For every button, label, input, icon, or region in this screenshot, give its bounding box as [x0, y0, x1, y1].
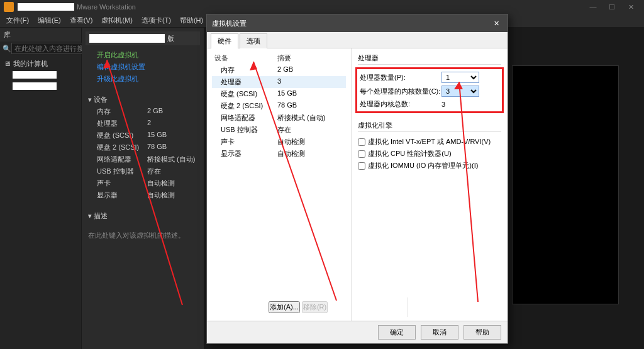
power-on-link[interactable]: 开启此虚拟机	[86, 49, 200, 61]
device-row[interactable]: 内存2 GB	[86, 106, 200, 118]
devices-header: ▾ 设备	[86, 94, 200, 106]
virt-iommu-checkbox[interactable]: 虚拟化 IOMMU (IO 内存管理单元)(I)	[358, 160, 501, 172]
menu-tabs[interactable]: 选项卡(T)	[139, 14, 174, 26]
hw-value: 15 GB	[277, 89, 297, 99]
total-cores-value: 3	[441, 101, 445, 108]
hardware-list-row[interactable]: 硬盘 2 (SCSI)78 GB	[212, 100, 346, 112]
ok-button[interactable]: 确定	[378, 325, 416, 340]
device-row[interactable]: USB 控制器存在	[86, 165, 200, 177]
menu-view[interactable]: 查看(V)	[67, 14, 96, 26]
virt-engine-group-label: 虚拟化引擎	[358, 121, 501, 132]
description-header: ▾ 描述	[86, 210, 200, 222]
hw-label: 内存	[221, 65, 277, 75]
app-title: Mware Workstation	[77, 3, 136, 11]
hardware-list-row[interactable]: USB 控制器存在	[212, 124, 346, 136]
edit-settings-link[interactable]: 编辑虚拟机设置	[86, 61, 200, 73]
remove-device-button[interactable]: 移除(R)	[302, 301, 328, 313]
hardware-list-row[interactable]: 内存2 GB	[212, 64, 346, 76]
device-value: 15 GB	[147, 131, 167, 140]
virt-cpu-perf-checkbox[interactable]: 虚拟化 CPU 性能计数器(U)	[358, 148, 501, 160]
col-summary: 摘要	[277, 53, 291, 63]
add-device-button[interactable]: 添加(A)...	[269, 301, 300, 313]
device-label: 硬盘 2 (SCSI)	[97, 143, 147, 152]
num-processors-select[interactable]: 1	[441, 72, 479, 83]
devices-section: ▾ 设备 内存2 GB处理器2硬盘 (SCSI)15 GB硬盘 2 (SCSI)…	[86, 94, 200, 201]
cores-per-proc-select[interactable]: 3	[441, 86, 479, 97]
tab-options[interactable]: 选项	[240, 33, 267, 48]
vm-tab[interactable]: 版	[86, 31, 200, 45]
hardware-list-row[interactable]: 声卡自动检测	[212, 136, 346, 148]
dialog-title: 虚拟机设置	[212, 19, 247, 28]
device-row[interactable]: 声卡自动检测	[86, 177, 200, 189]
device-label: 处理器	[97, 119, 147, 128]
cancel-button[interactable]: 取消	[421, 325, 458, 340]
num-processors-label: 处理器数量(P):	[360, 73, 441, 82]
processor-group-label: 处理器	[358, 53, 501, 65]
device-row[interactable]: 显示器自动检测	[86, 189, 200, 201]
library-panel: 库 🔍 🖥 我的计算机	[0, 28, 82, 349]
tree-vm-item[interactable]	[4, 69, 77, 80]
device-value: 自动检测	[147, 179, 175, 188]
device-label: 声卡	[97, 179, 147, 188]
hardware-list-row[interactable]: 处理器3	[212, 76, 346, 88]
device-row[interactable]: 硬盘 (SCSI)15 GB	[86, 130, 200, 141]
device-row[interactable]: 硬盘 2 (SCSI)78 GB	[86, 141, 200, 153]
help-button[interactable]: 帮助	[464, 325, 501, 340]
hw-value: 3	[277, 77, 281, 87]
title-redacted	[18, 3, 74, 11]
device-config-pane: 处理器 处理器数量(P): 1 每个处理器的内核数量(C): 3 处理器内核总数…	[352, 48, 508, 321]
vm-tab-suffix: 版	[167, 34, 174, 43]
hardware-list-row[interactable]: 显示器自动检测	[212, 148, 346, 160]
tree-item-redacted	[13, 71, 57, 79]
vm-monitor-thumbnail[interactable]	[512, 65, 619, 304]
hardware-list-row[interactable]: 硬盘 (SCSI)15 GB	[212, 88, 346, 100]
hardware-list-row[interactable]: 网络适配器桥接模式 (自动)	[212, 112, 346, 124]
hw-value: 自动检测	[277, 137, 305, 147]
device-list-pane: 设备 摘要 内存2 GB处理器3硬盘 (SCSI)15 GB硬盘 2 (SCSI…	[207, 48, 352, 321]
device-label: USB 控制器	[97, 167, 147, 176]
device-value: 存在	[147, 167, 161, 176]
virt-vt-checkbox[interactable]: 虚拟化 Intel VT-x/EPT 或 AMD-V/RVI(V)	[358, 136, 501, 148]
description-placeholder[interactable]: 在此处键入对该虚拟机的描述。	[86, 231, 200, 240]
hw-label: 硬盘 2 (SCSI)	[221, 101, 277, 111]
cores-per-proc-label: 每个处理器的内核数量(C):	[360, 87, 441, 96]
tree-root[interactable]: 🖥 我的计算机	[4, 58, 77, 69]
annotation-red-box: 处理器数量(P): 1 每个处理器的内核数量(C): 3 处理器内核总数: 3	[355, 67, 504, 113]
device-label: 内存	[97, 107, 147, 116]
menu-file[interactable]: 文件(F)	[4, 14, 31, 26]
app-icon	[4, 2, 14, 12]
tab-hardware[interactable]: 硬件	[211, 33, 238, 48]
hw-value: 存在	[277, 125, 291, 135]
device-value: 2	[147, 119, 151, 128]
hw-label: 处理器	[221, 77, 277, 87]
menu-vm[interactable]: 虚拟机(M)	[99, 14, 135, 26]
upgrade-vm-link[interactable]: 升级此虚拟机	[86, 73, 200, 85]
device-label: 网络适配器	[97, 155, 147, 164]
window-titlebar: Mware Workstation — ☐ ✕	[0, 0, 644, 14]
menu-edit[interactable]: 编辑(E)	[35, 14, 64, 26]
hw-value: 桥接模式 (自动)	[277, 113, 325, 123]
hw-label: 网络适配器	[221, 113, 277, 123]
device-label: 硬盘 (SCSI)	[97, 131, 147, 140]
hw-value: 78 GB	[277, 101, 297, 111]
computer-icon: 🖥	[4, 60, 11, 67]
tree-root-label: 我的计算机	[13, 59, 48, 69]
vm-detail-panel: 版 开启此虚拟机 编辑虚拟机设置 升级此虚拟机 ▾ 设备 内存2 GB处理器2硬…	[82, 28, 204, 349]
hw-label: 显示器	[221, 149, 277, 158]
hw-label: USB 控制器	[221, 125, 277, 135]
device-row[interactable]: 网络适配器桥接模式 (自动)	[86, 153, 200, 165]
tree-item-redacted	[13, 82, 57, 90]
dialog-close-button[interactable]: ✕	[490, 19, 502, 28]
dialog-titlebar: 虚拟机设置 ✕	[207, 14, 508, 32]
hw-label: 声卡	[221, 137, 277, 147]
device-row[interactable]: 处理器2	[86, 118, 200, 130]
library-header: 库	[0, 28, 81, 42]
device-value: 78 GB	[147, 143, 167, 152]
device-value: 自动检测	[147, 191, 175, 200]
menu-help[interactable]: 帮助(H)	[177, 14, 206, 26]
device-value: 2 GB	[147, 107, 163, 116]
minimize-button[interactable]: —	[584, 3, 602, 11]
close-button[interactable]: ✕	[621, 3, 640, 11]
maximize-button[interactable]: ☐	[602, 3, 621, 11]
tree-vm-item[interactable]	[4, 80, 77, 92]
